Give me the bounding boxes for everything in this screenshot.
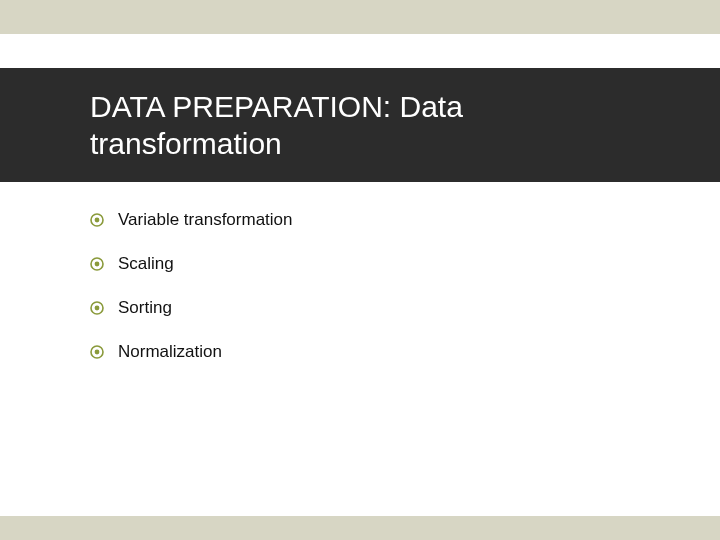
list-item-label: Normalization — [118, 342, 222, 362]
svg-point-1 — [95, 218, 100, 223]
list-item-label: Scaling — [118, 254, 174, 274]
svg-point-3 — [95, 262, 100, 267]
bottom-accent-bar — [0, 516, 720, 540]
target-bullet-icon — [90, 257, 104, 271]
slide-title: DATA PREPARATION: Data transformation — [0, 88, 560, 163]
svg-point-5 — [95, 306, 100, 311]
bullet-list: Variable transformation Scaling Sorting … — [90, 210, 680, 386]
list-item: Sorting — [90, 298, 680, 318]
title-band: DATA PREPARATION: Data transformation — [0, 68, 720, 182]
list-item-label: Sorting — [118, 298, 172, 318]
target-bullet-icon — [90, 345, 104, 359]
list-item: Scaling — [90, 254, 680, 274]
list-item: Normalization — [90, 342, 680, 362]
svg-point-7 — [95, 350, 100, 355]
top-accent-bar — [0, 0, 720, 34]
target-bullet-icon — [90, 301, 104, 315]
target-bullet-icon — [90, 213, 104, 227]
list-item: Variable transformation — [90, 210, 680, 230]
list-item-label: Variable transformation — [118, 210, 293, 230]
